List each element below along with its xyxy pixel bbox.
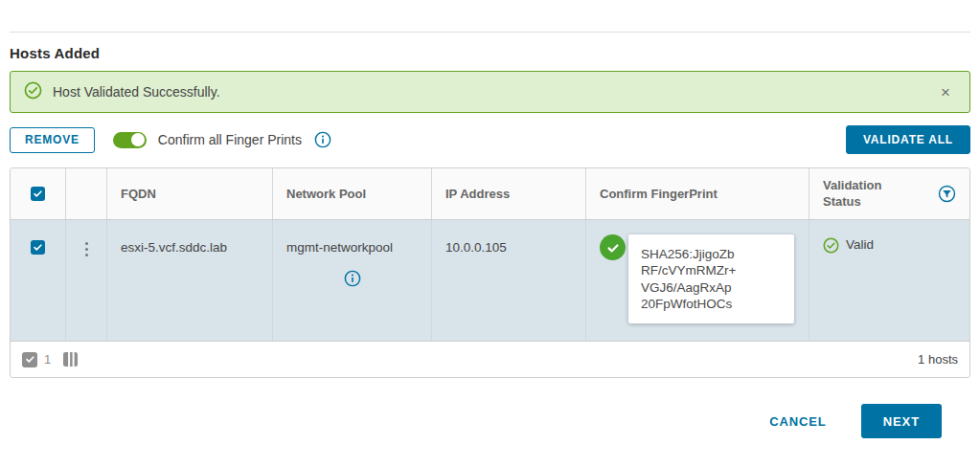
validation-status-label: Validation Status xyxy=(823,178,898,210)
row-checkbox[interactable] xyxy=(31,240,45,255)
cancel-button[interactable]: CANCEL xyxy=(769,414,827,429)
header-select-all-cell xyxy=(11,168,65,219)
select-all-checkbox[interactable] xyxy=(31,187,45,201)
toggle-label: Confirm all Finger Prints xyxy=(158,132,302,147)
table-row[interactable]: esxi-5.vcf.sddc.lab mgmt-networkpool 10.… xyxy=(11,220,969,342)
validation-status-cell: Valid xyxy=(809,220,966,341)
wizard-actions: CANCEL NEXT xyxy=(10,404,970,438)
network-pool-info-icon[interactable] xyxy=(344,270,361,290)
header-ip-address: IP Address xyxy=(431,168,585,219)
confirm-fingerprint-cell: SHA256:JjigoZb RF/cVYmRMZr+ VGJ6/AagRxAp… xyxy=(585,220,809,341)
info-icon[interactable] xyxy=(314,131,331,148)
selected-count: 1 xyxy=(44,352,51,367)
header-network-pool: Network Pool xyxy=(272,168,431,219)
success-check-icon xyxy=(24,81,42,103)
close-icon[interactable]: × xyxy=(935,82,956,102)
table-footer: 1 1 hosts xyxy=(11,342,969,377)
toggle-knob xyxy=(131,133,145,146)
table-header: FQDN Network Pool IP Address Confirm Fin… xyxy=(11,168,969,220)
fqdn-cell: esxi-5.vcf.sddc.lab xyxy=(106,220,272,341)
header-validation-status: Validation Status xyxy=(809,168,966,219)
hosts-added-panel: Hosts Added Host Validated Successfully.… xyxy=(0,32,980,438)
header-fqdn: FQDN xyxy=(106,168,272,219)
success-alert: Host Validated Successfully. × xyxy=(10,71,970,113)
next-button[interactable]: NEXT xyxy=(861,404,942,438)
header-actions-cell xyxy=(65,168,106,219)
page-title: Hosts Added xyxy=(10,45,970,61)
valid-check-icon xyxy=(823,237,839,256)
fingerprint-confirmed-icon[interactable] xyxy=(600,234,626,260)
toolbar: REMOVE Confirm all Finger Prints VALIDAT… xyxy=(10,125,970,154)
row-actions-cell xyxy=(65,220,106,341)
network-pool-cell: mgmt-networkpool xyxy=(272,220,431,341)
alert-message: Host Validated Successfully. xyxy=(53,84,935,100)
kebab-menu-icon[interactable] xyxy=(85,242,88,341)
status-badge: Valid xyxy=(846,237,874,252)
validate-all-button[interactable]: VALIDATE ALL xyxy=(846,125,970,154)
ip-address-cell: 10.0.0.105 xyxy=(431,220,585,341)
confirm-fingerprints-toggle[interactable] xyxy=(113,132,147,148)
row-select-cell xyxy=(11,220,65,341)
remove-button[interactable]: REMOVE xyxy=(10,127,95,153)
header-confirm-fingerprint: Confirm FingerPrint xyxy=(585,168,809,219)
hosts-table: FQDN Network Pool IP Address Confirm Fin… xyxy=(10,167,970,378)
total-hosts-label: 1 hosts xyxy=(918,352,958,367)
top-divider xyxy=(10,32,970,33)
column-picker-icon[interactable] xyxy=(62,351,79,367)
fingerprint-tooltip: SHA256:JjigoZb RF/cVYmRMZr+ VGJ6/AagRxAp… xyxy=(628,234,794,323)
network-pool-value: mgmt-networkpool xyxy=(286,240,418,255)
selected-rows-icon xyxy=(22,352,37,367)
filter-icon[interactable] xyxy=(938,185,956,203)
